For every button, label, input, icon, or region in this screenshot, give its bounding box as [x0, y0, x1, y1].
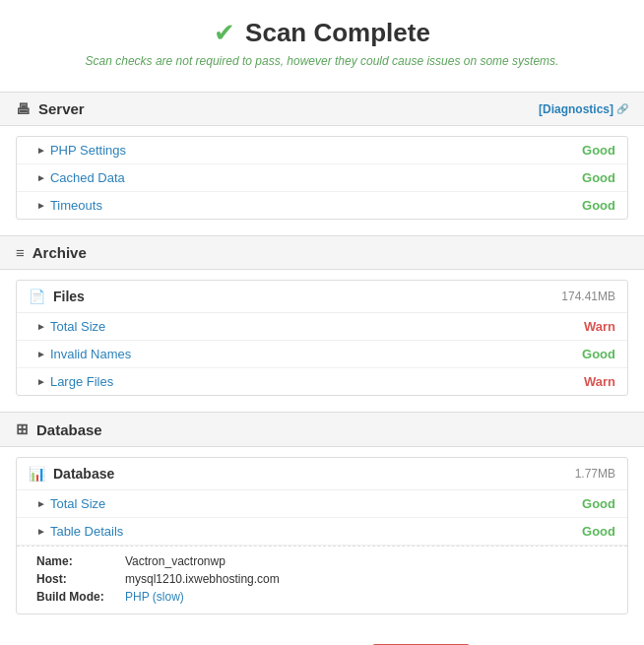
- name-label: Name:: [36, 554, 125, 568]
- database-card-icon: 📊: [29, 466, 45, 482]
- title-row: ✔ Scan Complete: [20, 18, 624, 48]
- invalid-names-link[interactable]: Invalid Names: [50, 347, 562, 361]
- table-row: ► Invalid Names Good: [17, 341, 627, 368]
- status-badge: Good: [582, 198, 615, 213]
- status-badge: Good: [582, 524, 615, 539]
- arrow-icon: ►: [36, 200, 46, 211]
- table-row: ► Total Size Warn: [17, 313, 627, 341]
- page-title: Scan Complete: [245, 18, 430, 48]
- status-badge: Good: [582, 496, 615, 511]
- status-badge: Good: [582, 170, 615, 185]
- arrow-icon: ►: [36, 349, 46, 359]
- host-value: mysql1210.ixwebhosting.com: [125, 572, 280, 586]
- database-header-left: 📊 Database: [29, 466, 114, 482]
- page-subtitle: Scan checks are not required to pass, ho…: [20, 54, 624, 68]
- name-value: Vactron_vactronwp: [125, 554, 225, 568]
- detail-row-name: Name: Vactron_vactronwp: [36, 552, 615, 570]
- detail-row-build-mode: Build Mode: PHP (slow): [36, 588, 615, 606]
- database-card-header: 📊 Database 1.77MB: [17, 458, 627, 490]
- arrow-icon: ►: [36, 376, 46, 387]
- external-link-icon: 🔗: [616, 103, 628, 114]
- status-badge: Good: [582, 347, 615, 361]
- page-wrapper: ✔ Scan Complete Scan checks are not requ…: [0, 0, 644, 645]
- table-row: ► Timeouts Good: [17, 192, 627, 219]
- database-section-label: Database: [36, 421, 102, 438]
- arrow-icon: ►: [36, 321, 46, 332]
- table-row: ► Table Details Good: [17, 518, 627, 546]
- database-label: Database: [53, 466, 114, 482]
- detail-row-host: Host: mysql1210.ixwebhosting.com: [36, 570, 615, 588]
- table-row: ► Total Size Good: [17, 490, 627, 518]
- files-card-header: 📄 Files 174.41MB: [17, 281, 627, 313]
- large-files-link[interactable]: Large Files: [50, 374, 564, 389]
- table-row: ► PHP Settings Good: [17, 137, 627, 164]
- arrow-icon: ►: [36, 172, 46, 183]
- archive-icon: ≡: [16, 244, 25, 261]
- status-badge: Warn: [584, 374, 615, 389]
- header: ✔ Scan Complete Scan checks are not requ…: [0, 0, 644, 76]
- server-section-label: Server: [38, 100, 85, 117]
- cached-data-link[interactable]: Cached Data: [50, 170, 562, 185]
- server-icon: 🖶: [16, 100, 31, 117]
- table-row: ► Large Files Warn: [17, 368, 627, 395]
- build-mode-link[interactable]: PHP (slow): [125, 590, 184, 604]
- database-section-header: ⊞ Database: [0, 412, 644, 447]
- diagnostics-link[interactable]: [Diagnostics] 🔗: [539, 102, 628, 116]
- status-badge: Warn: [584, 319, 615, 334]
- arrow-icon: ►: [36, 526, 46, 537]
- files-size: 174.41MB: [561, 290, 615, 303]
- table-details-link[interactable]: Table Details: [50, 524, 562, 539]
- red-arrow-icon: ←: [579, 640, 614, 645]
- archive-section-label: Archive: [32, 244, 87, 261]
- check-icon: ✔: [214, 18, 235, 48]
- files-label: Files: [53, 289, 85, 304]
- footer-buttons: ◄ Back Rescan Build ► ←: [0, 624, 644, 645]
- php-settings-link[interactable]: PHP Settings: [50, 143, 562, 158]
- files-card: 📄 Files 174.41MB ► Total Size Warn ► Inv…: [16, 280, 628, 396]
- build-mode-label: Build Mode:: [36, 590, 125, 604]
- status-badge: Good: [582, 143, 615, 158]
- timeouts-link[interactable]: Timeouts: [50, 198, 562, 213]
- files-header-left: 📄 Files: [29, 289, 85, 304]
- database-size: 1.77MB: [575, 467, 615, 481]
- arrow-icon: ►: [36, 145, 46, 156]
- diagnostics-label: [Diagnostics]: [539, 102, 613, 116]
- total-size-link[interactable]: Total Size: [50, 319, 564, 334]
- table-row: ► Cached Data Good: [17, 164, 627, 192]
- server-section-header: 🖶 Server [Diagnostics] 🔗: [0, 92, 644, 126]
- db-total-size-link[interactable]: Total Size: [50, 496, 562, 511]
- database-card: 📊 Database 1.77MB ► Total Size Good ► Ta…: [16, 457, 628, 614]
- database-details: Name: Vactron_vactronwp Host: mysql1210.…: [17, 546, 627, 613]
- server-card: ► PHP Settings Good ► Cached Data Good ►…: [16, 136, 628, 220]
- files-icon: 📄: [29, 289, 45, 304]
- arrow-icon: ►: [36, 498, 46, 509]
- database-icon: ⊞: [16, 420, 29, 438]
- host-label: Host:: [36, 572, 125, 586]
- archive-section-header: ≡ Archive: [0, 235, 644, 270]
